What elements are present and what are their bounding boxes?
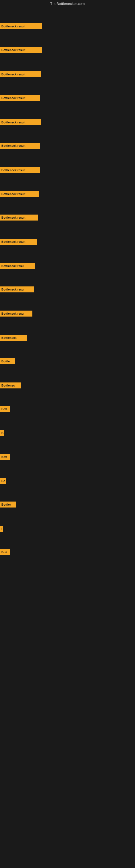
- bar-row: Bottleneck result: [0, 47, 42, 53]
- bar-row: Bottler: [0, 501, 16, 507]
- bottleneck-bar-label: Bott: [0, 454, 10, 460]
- bar-row: Bo: [0, 478, 6, 484]
- bottleneck-bar-label: Bottlenec: [0, 382, 21, 389]
- bottleneck-bar-label: Bottleneck result: [0, 143, 40, 149]
- bar-row: Bottleneck resu: [0, 263, 35, 269]
- bar-row: Bottlenec: [0, 382, 21, 389]
- bottleneck-bar-label: Bottleneck: [0, 335, 27, 341]
- bar-row: |: [0, 526, 3, 532]
- bottleneck-bar-label: Bottleneck result: [0, 71, 41, 77]
- bar-row: Bottleneck result: [0, 143, 40, 149]
- bottleneck-bar-label: Bottleneck result: [0, 239, 37, 245]
- bar-row: Bott: [0, 454, 10, 460]
- bar-row: Bott: [0, 549, 10, 555]
- bar-row: Bottleneck resu: [0, 286, 34, 292]
- bar-row: Bottleneck result: [0, 119, 41, 125]
- bottleneck-bar-label: Bo: [0, 478, 6, 484]
- bar-row: Bottleneck result: [0, 239, 37, 245]
- bar-row: Bottleneck: [0, 335, 27, 341]
- bar-row: Bottleneck result: [0, 71, 41, 77]
- bottleneck-bar-label: Bottleneck resu: [0, 286, 34, 292]
- bar-row: Bottleneck result: [0, 95, 40, 101]
- bottleneck-bar-label: Bottleneck result: [0, 119, 41, 125]
- bottleneck-bar-label: Bott: [0, 549, 10, 555]
- bar-row: Bott: [0, 406, 10, 412]
- site-title: TheBottlenecker.com: [0, 0, 135, 8]
- bar-row: Bottleneck resu: [0, 311, 32, 316]
- bar-row: Bottle: [0, 358, 15, 364]
- bottleneck-bar-label: Bottleneck resu: [0, 311, 32, 316]
- bottleneck-bar-label: Bottleneck result: [0, 95, 40, 101]
- bottleneck-bar-label: Bottleneck result: [0, 215, 38, 220]
- bottleneck-bar-label: Bottleneck resu: [0, 263, 35, 269]
- bottleneck-bar-label: Bottleneck result: [0, 23, 42, 29]
- bottleneck-bar-label: Bottler: [0, 501, 16, 507]
- bar-row: Bottleneck result: [0, 167, 40, 173]
- bar-row: B: [0, 430, 4, 436]
- bottleneck-bar-label: B: [0, 430, 4, 436]
- bottleneck-bar-label: Bottleneck result: [0, 191, 39, 197]
- bottleneck-bar-label: Bottleneck result: [0, 167, 40, 173]
- bar-row: Bottleneck result: [0, 215, 38, 220]
- bottleneck-bar-label: |: [0, 526, 3, 532]
- bottleneck-bar-label: Bottle: [0, 358, 15, 364]
- bar-row: Bottleneck result: [0, 191, 39, 197]
- bottleneck-bar-label: Bott: [0, 406, 10, 412]
- bottleneck-bar-label: Bottleneck result: [0, 47, 42, 53]
- bar-row: Bottleneck result: [0, 23, 42, 29]
